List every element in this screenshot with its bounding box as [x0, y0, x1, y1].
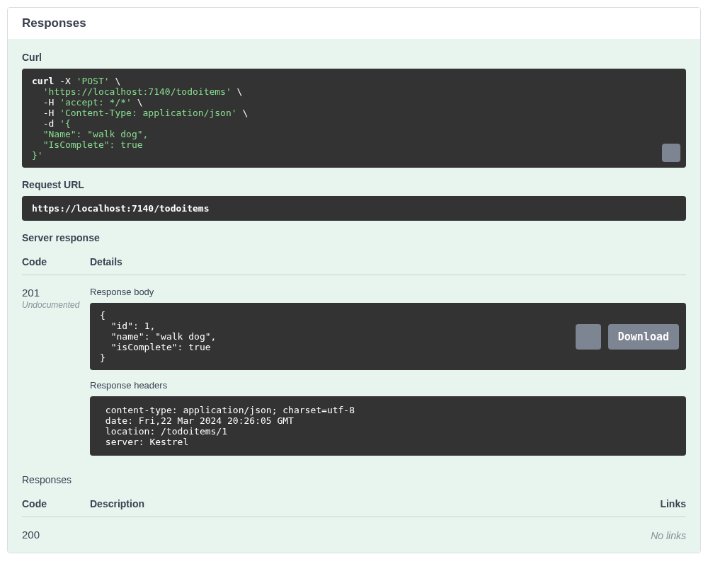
response-code-cell: 201 Undocumented — [22, 287, 90, 468]
response-body-code: { "id": 1, "name": "walk dog", "isComple… — [90, 303, 686, 370]
server-response-label: Server response — [22, 232, 686, 243]
responses-row: 200 No links — [22, 517, 686, 553]
response-links-cell: No links — [615, 529, 686, 541]
responses-subsection-label: Responses — [22, 474, 686, 485]
response-body-copy-button[interactable] — [576, 324, 601, 350]
panel-title: Responses — [22, 16, 86, 30]
panel-header: Responses — [8, 8, 700, 39]
response-headers-label: Response headers — [90, 380, 686, 391]
request-url-value: https://localhost:7140/todoitems — [22, 196, 686, 221]
curl-code: curl -X 'POST' \ 'https://localhost:7140… — [22, 69, 686, 168]
server-response-columns: Code Details — [22, 249, 686, 275]
column-code: Code — [22, 256, 90, 267]
request-url-label: Request URL — [22, 179, 686, 190]
download-button[interactable]: Download — [608, 324, 679, 350]
responses-columns: Code Description Links — [22, 491, 686, 517]
response-code: 201 — [22, 287, 90, 299]
server-response-row: 201 Undocumented Response body { "id": 1… — [22, 275, 686, 471]
column-code: Code — [22, 498, 90, 509]
download-button-label: Download — [618, 330, 669, 343]
column-description: Description — [90, 498, 615, 509]
response-description-cell — [90, 529, 615, 541]
response-code: 200 — [22, 529, 90, 541]
response-code-cell: 200 — [22, 529, 90, 541]
response-detail-cell: Response body { "id": 1, "name": "walk d… — [90, 287, 686, 468]
curl-label: Curl — [22, 52, 686, 63]
curl-copy-button[interactable] — [662, 144, 680, 162]
column-links: Links — [615, 498, 686, 509]
responses-panel: Responses Curl curl -X 'POST' \ 'https:/… — [7, 7, 701, 553]
response-code-note: Undocumented — [22, 300, 90, 310]
panel-body: Curl curl -X 'POST' \ 'https://localhost… — [8, 39, 700, 553]
response-headers-code: content-type: application/json; charset=… — [90, 396, 686, 456]
clipboard-icon — [638, 136, 686, 168]
column-details: Details — [90, 256, 686, 267]
response-body-label: Response body — [90, 287, 686, 297]
